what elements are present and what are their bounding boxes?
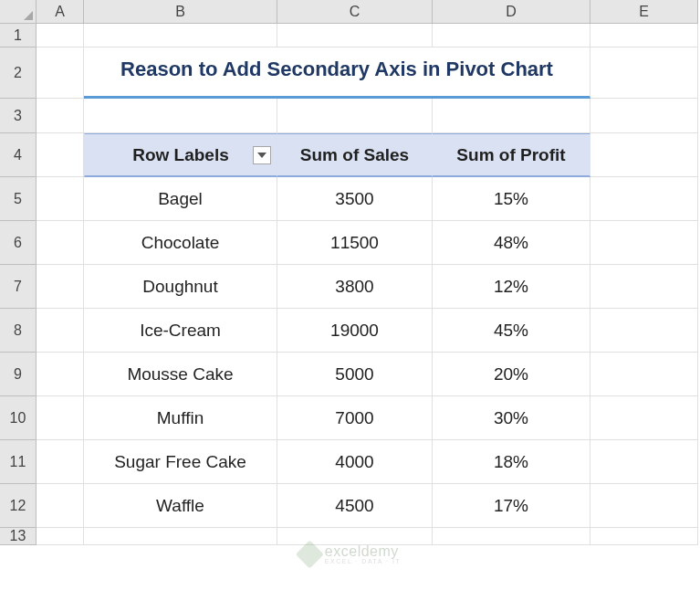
table-row-sales[interactable]: 11500 <box>277 221 433 265</box>
row-header-10[interactable]: 10 <box>0 396 37 440</box>
row-header-4[interactable]: 4 <box>0 133 37 177</box>
cell-B13[interactable] <box>84 528 277 545</box>
pivot-header-row-labels-text: Row Labels <box>132 145 229 165</box>
cell-D1[interactable] <box>433 24 590 47</box>
table-row-profit[interactable]: 48% <box>433 221 590 265</box>
table-row-sales[interactable]: 4000 <box>277 440 433 484</box>
table-row-label[interactable]: Chocolate <box>84 221 277 265</box>
cell-C1[interactable] <box>277 24 433 47</box>
cell-A9[interactable] <box>37 353 84 396</box>
row-header-12[interactable]: 12 <box>0 484 37 528</box>
watermark-logo: exceldemy EXCEL · DATA · IT <box>299 543 401 564</box>
cell-C13[interactable] <box>277 528 433 545</box>
col-header-E[interactable]: E <box>590 0 698 24</box>
row-header-2[interactable]: 2 <box>0 47 37 99</box>
cell-E5[interactable] <box>590 177 698 221</box>
cell-E1[interactable] <box>590 24 698 47</box>
cell-A4[interactable] <box>37 133 84 177</box>
table-row-label[interactable]: Waffle <box>84 484 277 528</box>
table-row-profit[interactable]: 20% <box>433 353 590 396</box>
col-header-C[interactable]: C <box>277 0 433 24</box>
select-all-corner[interactable] <box>0 0 37 24</box>
cell-A12[interactable] <box>37 484 84 528</box>
pivot-header-row-labels[interactable]: Row Labels <box>84 133 277 177</box>
row-header-13[interactable]: 13 <box>0 528 37 545</box>
table-row-label[interactable]: Doughnut <box>84 265 277 309</box>
table-row-label[interactable]: Ice-Cream <box>84 309 277 353</box>
row-header-5[interactable]: 5 <box>0 177 37 221</box>
table-row-label[interactable]: Muffin <box>84 396 277 440</box>
row-labels-filter-button[interactable] <box>253 146 271 164</box>
cell-D3[interactable] <box>433 99 590 133</box>
cell-A8[interactable] <box>37 309 84 353</box>
col-header-B[interactable]: B <box>84 0 277 24</box>
cell-A10[interactable] <box>37 396 84 440</box>
cell-B3[interactable] <box>84 99 277 133</box>
pivot-header-sum-profit[interactable]: Sum of Profit <box>433 133 590 177</box>
cell-E2[interactable] <box>590 47 698 99</box>
table-row-sales[interactable]: 4500 <box>277 484 433 528</box>
row-header-8[interactable]: 8 <box>0 309 37 353</box>
cell-B1[interactable] <box>84 24 277 47</box>
col-header-D[interactable]: D <box>433 0 590 24</box>
table-row-profit[interactable]: 12% <box>433 265 590 309</box>
cell-A1[interactable] <box>37 24 84 47</box>
table-row-sales[interactable]: 3500 <box>277 177 433 221</box>
col-header-A[interactable]: A <box>37 0 84 24</box>
cell-E8[interactable] <box>590 309 698 353</box>
cell-C3[interactable] <box>277 99 433 133</box>
table-row-sales[interactable]: 5000 <box>277 353 433 396</box>
cell-E9[interactable] <box>590 353 698 396</box>
pivot-header-sum-sales[interactable]: Sum of Sales <box>277 133 433 177</box>
cell-A13[interactable] <box>37 528 84 545</box>
table-row-profit[interactable]: 45% <box>433 309 590 353</box>
cell-A2[interactable] <box>37 47 84 99</box>
spreadsheet-grid: A B C D E 1 2 Reason to Add Secondary Ax… <box>0 0 700 545</box>
table-row-profit[interactable]: 18% <box>433 440 590 484</box>
table-row-label[interactable]: Sugar Free Cake <box>84 440 277 484</box>
table-row-label[interactable]: Bagel <box>84 177 277 221</box>
cell-A11[interactable] <box>37 440 84 484</box>
cell-E7[interactable] <box>590 265 698 309</box>
row-header-11[interactable]: 11 <box>0 440 37 484</box>
cell-E12[interactable] <box>590 484 698 528</box>
cell-E10[interactable] <box>590 396 698 440</box>
table-row-profit[interactable]: 17% <box>433 484 590 528</box>
cell-A5[interactable] <box>37 177 84 221</box>
cell-D13[interactable] <box>433 528 590 545</box>
cell-E11[interactable] <box>590 440 698 484</box>
row-header-1[interactable]: 1 <box>0 24 37 47</box>
cell-E6[interactable] <box>590 221 698 265</box>
table-row-sales[interactable]: 19000 <box>277 309 433 353</box>
row-header-7[interactable]: 7 <box>0 265 37 309</box>
table-row-label[interactable]: Mousse Cake <box>84 353 277 396</box>
watermark-tagline: EXCEL · DATA · IT <box>325 558 401 564</box>
cell-A6[interactable] <box>37 221 84 265</box>
chevron-down-icon <box>257 153 266 158</box>
row-header-3[interactable]: 3 <box>0 99 37 133</box>
table-row-sales[interactable]: 7000 <box>277 396 433 440</box>
cell-A3[interactable] <box>37 99 84 133</box>
table-row-profit[interactable]: 30% <box>433 396 590 440</box>
cell-E4[interactable] <box>590 133 698 177</box>
table-row-sales[interactable]: 3800 <box>277 265 433 309</box>
cell-E3[interactable] <box>590 99 698 133</box>
page-title[interactable]: Reason to Add Secondary Axis in Pivot Ch… <box>84 47 590 99</box>
row-header-6[interactable]: 6 <box>0 221 37 265</box>
cell-E13[interactable] <box>590 528 698 545</box>
table-row-profit[interactable]: 15% <box>433 177 590 221</box>
cell-A7[interactable] <box>37 265 84 309</box>
watermark-brand: exceldemy <box>325 543 401 560</box>
row-header-9[interactable]: 9 <box>0 353 37 396</box>
